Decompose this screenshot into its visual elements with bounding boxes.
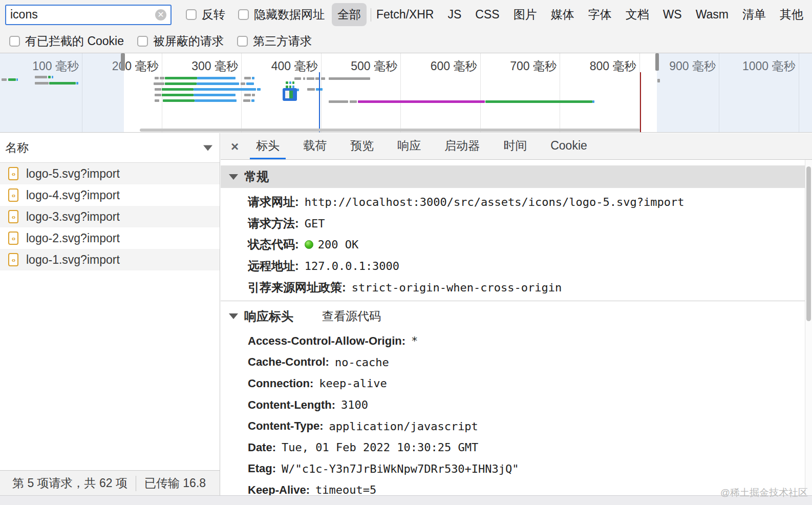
- name-column-header[interactable]: 名称: [0, 133, 220, 163]
- response-headers-section-header[interactable]: 响应标头 查看源代码: [221, 306, 805, 327]
- waterfall-bar: [52, 76, 53, 78]
- waterfall-bar: [252, 77, 254, 79]
- header-kv-row: Cache-Control:no-cache: [221, 352, 805, 373]
- checkbox-icon[interactable]: [238, 9, 249, 20]
- filter-type-1[interactable]: JS: [447, 8, 461, 22]
- request-name: logo-2.svg?import: [26, 232, 120, 245]
- overview-hscroll-thumb[interactable]: [140, 129, 640, 132]
- detail-tab-5[interactable]: 时间: [497, 133, 533, 159]
- header-kv-row: Content-Length:3100: [221, 394, 805, 416]
- checkbox-icon[interactable]: [9, 36, 20, 47]
- header-value: W/"c1c-Y3n7JrBiWkNpw7DRr530+IHN3jQ": [282, 462, 519, 475]
- waterfall-bar: [35, 76, 47, 78]
- waterfall-bar: [303, 77, 305, 80]
- advanced-filter-checkbox-2[interactable]: 第三方请求: [237, 33, 312, 49]
- filter-option-checkbox-1[interactable]: 隐藏数据网址: [238, 7, 325, 23]
- filter-input-box: ✕: [5, 5, 172, 25]
- filter-type-8[interactable]: Wasm: [696, 8, 729, 22]
- general-section-title: 常规: [244, 169, 269, 185]
- detail-tab-4[interactable]: 启动器: [438, 133, 486, 159]
- script-file-icon: ‹›: [8, 188, 18, 202]
- close-icon[interactable]: ×: [231, 140, 239, 153]
- header-value: Tue, 01 Feb 2022 10:30:25 GMT: [282, 441, 478, 454]
- request-name: logo-1.svg?import: [26, 253, 120, 267]
- waterfall-bar: [257, 88, 261, 91]
- filter-type-9[interactable]: 清单: [742, 7, 766, 23]
- scrollbar-thumb[interactable]: [806, 166, 811, 321]
- overview-unselected-right: [657, 53, 812, 133]
- filter-type-0[interactable]: Fetch/XHR: [376, 8, 434, 22]
- waterfall-bar: [163, 99, 195, 102]
- waterfall-bar: [155, 77, 159, 79]
- advanced-filter-checkbox-0[interactable]: 有已拦截的 Cookie: [9, 33, 124, 49]
- detail-tab-3[interactable]: 响应: [391, 133, 427, 159]
- header-name: Etag:: [248, 462, 276, 475]
- network-overview-timeline[interactable]: 100 毫秒200 毫秒300 毫秒400 毫秒500 毫秒600 毫秒700 …: [0, 53, 812, 133]
- name-column-label: 名称: [5, 140, 29, 156]
- detail-tab-1[interactable]: 载荷: [297, 133, 333, 159]
- waterfall-bar: [155, 99, 159, 102]
- filter-type-10[interactable]: 其他: [780, 7, 803, 23]
- filter-type-3[interactable]: 图片: [514, 7, 537, 23]
- triangle-down-icon: [229, 313, 238, 319]
- filter-option-checkbox-0[interactable]: 反转: [186, 7, 225, 23]
- header-name: Access-Control-Allow-Origin:: [248, 334, 405, 348]
- waterfall-bar: [251, 99, 254, 102]
- filter-type-4[interactable]: 媒体: [551, 7, 574, 23]
- detail-tab-6[interactable]: Cookie: [544, 133, 593, 159]
- waterfall-bar: [195, 99, 237, 102]
- timeline-tick-label: 700 毫秒: [510, 58, 557, 74]
- header-name: Content-Length:: [248, 398, 335, 412]
- request-name: logo-5.svg?import: [26, 167, 120, 181]
- devtools-network-panel: ✕ 反转隐藏数据网址 全部 Fetch/XHRJSCSS图片媒体字体文档WSWa…: [0, 0, 812, 505]
- checkbox-icon[interactable]: [186, 9, 197, 20]
- view-source-link[interactable]: 查看源代码: [322, 308, 381, 324]
- header-name: Cache-Control:: [248, 355, 329, 369]
- detail-tab-2[interactable]: 预览: [344, 133, 380, 159]
- waterfall-bar: [329, 100, 348, 103]
- request-row[interactable]: ‹›logo-3.svg?import: [0, 206, 220, 227]
- detail-tab-0[interactable]: 标头: [250, 133, 286, 159]
- waterfall-bar: [194, 88, 256, 91]
- checkbox-icon[interactable]: [237, 36, 248, 47]
- waterfall-bar: [294, 77, 301, 80]
- detail-tab-bar: × 标头载荷预览响应启动器时间Cookie: [221, 133, 812, 160]
- request-row[interactable]: ‹›logo-5.svg?import: [0, 163, 220, 184]
- request-row[interactable]: ‹›logo-2.svg?import: [0, 227, 220, 249]
- header-name: 状态代码:: [248, 237, 299, 252]
- request-rows: ‹›logo-5.svg?import‹›logo-4.svg?import‹›…: [0, 163, 220, 270]
- response-headers-title: 响应标头: [244, 308, 293, 325]
- timeline-gridline: [560, 53, 560, 133]
- request-row[interactable]: ‹›logo-4.svg?import: [0, 184, 220, 206]
- header-value: GET: [305, 217, 325, 230]
- filter-type-6[interactable]: 文档: [626, 7, 649, 23]
- waterfall-bar: [155, 88, 161, 91]
- waterfall-bar: [241, 82, 245, 85]
- timeline-tick-label: 500 毫秒: [351, 58, 397, 74]
- header-name: 远程地址:: [248, 258, 299, 274]
- header-name: Connection:: [248, 377, 313, 390]
- general-section-header[interactable]: 常规: [221, 165, 805, 188]
- overview-left-handle[interactable]: [121, 53, 125, 71]
- script-file-icon: ‹›: [8, 232, 18, 245]
- clear-filter-icon[interactable]: ✕: [155, 9, 166, 20]
- waterfall-bar: [243, 99, 250, 102]
- advanced-filter-checkbox-label: 被屏蔽的请求: [153, 33, 224, 49]
- filter-input[interactable]: [10, 8, 148, 22]
- advanced-filter-checkbox-1[interactable]: 被屏蔽的请求: [137, 33, 224, 49]
- load-event-line: [640, 72, 641, 133]
- header-value: no-cache: [335, 356, 389, 369]
- requests-summary-bar: 第 5 项请求，共 62 项 已传输 16.8: [0, 470, 220, 496]
- request-row[interactable]: ‹›logo-1.svg?import: [0, 249, 220, 270]
- header-value: application/javascript: [329, 420, 478, 433]
- filter-type-all-chip[interactable]: 全部: [332, 3, 367, 26]
- checkbox-icon[interactable]: [137, 36, 148, 47]
- overview-right-handle[interactable]: [655, 53, 659, 71]
- filter-type-5[interactable]: 字体: [588, 7, 612, 23]
- filter-type-2[interactable]: CSS: [475, 8, 499, 22]
- vertical-scrollbar[interactable]: [805, 160, 812, 496]
- filter-type-7[interactable]: WS: [663, 8, 682, 22]
- timeline-gridline: [400, 53, 401, 133]
- waterfall-bar: [165, 82, 197, 85]
- header-value: 3100: [341, 398, 368, 411]
